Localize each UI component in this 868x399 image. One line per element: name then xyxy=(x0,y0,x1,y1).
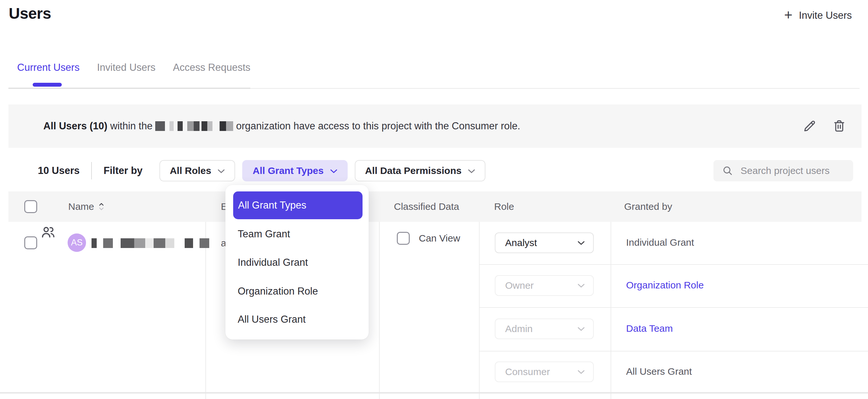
can-view-checkbox[interactable] xyxy=(397,232,410,245)
redacted-user-name xyxy=(92,238,209,249)
grant-row-divider xyxy=(479,351,868,351)
search-input[interactable] xyxy=(741,165,844,176)
column-header-name[interactable]: Name xyxy=(68,191,104,222)
column-header-role: Role xyxy=(494,191,514,222)
name-header-label: Name xyxy=(68,201,94,212)
column-divider xyxy=(479,222,479,399)
sort-icon[interactable] xyxy=(99,202,104,212)
tab-access-requests[interactable]: Access Requests xyxy=(173,62,251,73)
banner-post-text: organization have access to this project… xyxy=(233,120,520,132)
all-users-banner: All Users (10) within the organization h… xyxy=(8,104,862,148)
filter-all-roles-label: All Roles xyxy=(170,165,211,176)
classified-header-label: Classified Data xyxy=(394,201,459,212)
filter-all-grant-types-label: All Grant Types xyxy=(253,165,324,176)
filter-by-label: Filter by xyxy=(103,165,143,177)
dropdown-item-individual-grant[interactable]: Individual Grant xyxy=(238,257,308,268)
chevron-down-icon xyxy=(578,241,585,245)
granted-by-organization-role-link[interactable]: Organization Role xyxy=(626,280,704,291)
chevron-down-icon xyxy=(578,327,585,331)
column-header-classified-data: Classified Data xyxy=(394,191,459,222)
filter-all-grant-types[interactable]: All Grant Types xyxy=(242,160,348,181)
chevron-down-icon xyxy=(330,169,337,173)
delete-trash-icon[interactable] xyxy=(832,119,847,133)
column-divider xyxy=(611,222,611,399)
grant-row-divider xyxy=(479,264,868,265)
role-header-label: Role xyxy=(494,201,514,212)
role-select-value: Consumer xyxy=(505,366,550,377)
dropdown-item-organization-role[interactable]: Organization Role xyxy=(238,285,318,297)
avatar-initials: AS xyxy=(71,238,83,248)
role-select-analyst[interactable]: Analyst xyxy=(495,233,594,253)
banner-bold-text: All Users (10) xyxy=(43,120,107,132)
column-header-granted-by: Granted by xyxy=(624,191,672,222)
avatar: AS xyxy=(68,234,86,252)
granted-by-header-label: Granted by xyxy=(624,201,672,212)
dropdown-item-team-grant[interactable]: Team Grant xyxy=(238,228,290,240)
filter-all-data-permissions[interactable]: All Data Permissions xyxy=(355,160,486,181)
dropdown-item-all-grant-types[interactable]: All Grant Types xyxy=(233,191,363,219)
filter-all-roles[interactable]: All Roles xyxy=(159,160,235,181)
redacted-organization-name xyxy=(155,121,233,132)
user-row-divider xyxy=(0,392,868,394)
filter-bar: 10 Users Filter by All Roles All Grant T… xyxy=(8,160,853,182)
invite-users-button[interactable]: + Invite Users xyxy=(784,9,852,22)
granted-by-data-team-link[interactable]: Data Team xyxy=(626,323,673,334)
role-select-owner[interactable]: Owner xyxy=(495,275,594,296)
plus-icon: + xyxy=(784,8,793,22)
banner-text: All Users (10) within the organization h… xyxy=(43,120,520,132)
tab-bar: Current Users Invited Users Access Reque… xyxy=(17,62,250,73)
search-box[interactable] xyxy=(713,160,853,181)
invite-users-label: Invite Users xyxy=(799,10,852,21)
filter-all-data-permissions-label: All Data Permissions xyxy=(365,165,462,176)
search-icon xyxy=(722,165,734,177)
dropdown-item-all-users-grant[interactable]: All Users Grant xyxy=(238,314,306,325)
chevron-down-icon xyxy=(578,283,585,288)
table-header: Name Email Classified Data Role Granted … xyxy=(8,191,862,222)
banner-pre-text: within the xyxy=(107,120,155,132)
role-select-admin[interactable]: Admin xyxy=(495,318,594,339)
tab-current-users[interactable]: Current Users xyxy=(17,62,80,73)
granted-by-individual-grant: Individual Grant xyxy=(626,237,694,248)
granted-by-all-users-grant: All Users Grant xyxy=(626,366,692,377)
chevron-down-icon xyxy=(578,370,585,374)
users-group-icon xyxy=(40,224,56,240)
tabbar-divider-dark xyxy=(8,88,250,89)
tab-invited-users[interactable]: Invited Users xyxy=(97,62,156,73)
grant-row-divider xyxy=(479,307,868,308)
role-select-value: Analyst xyxy=(505,237,537,248)
row-checkbox[interactable] xyxy=(24,236,37,249)
filter-divider xyxy=(91,162,92,180)
page-title: Users xyxy=(9,4,51,22)
edit-pencil-icon[interactable] xyxy=(802,119,817,133)
users-count: 10 Users xyxy=(38,165,80,177)
grant-type-dropdown-menu: All Grant Types Team Grant Individual Gr… xyxy=(225,185,369,339)
classified-data-cell: Can View xyxy=(397,232,460,245)
chevron-down-icon xyxy=(468,169,475,173)
role-select-value: Owner xyxy=(505,280,534,291)
active-tab-indicator xyxy=(33,83,62,87)
role-select-consumer[interactable]: Consumer xyxy=(495,362,594,382)
select-all-checkbox[interactable] xyxy=(24,200,37,213)
can-view-label: Can View xyxy=(419,233,460,244)
chevron-down-icon xyxy=(218,169,225,173)
column-divider xyxy=(379,222,380,399)
role-select-value: Admin xyxy=(505,323,533,334)
